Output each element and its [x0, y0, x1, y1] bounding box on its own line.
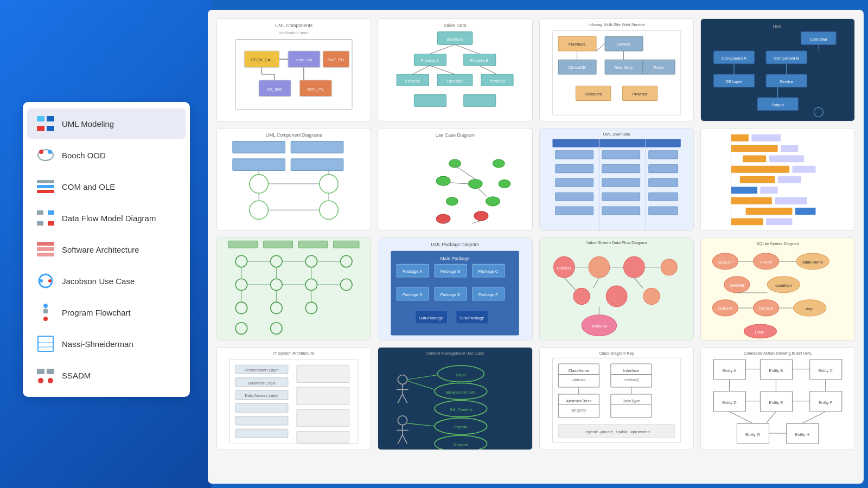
sidebar-item-software-arch[interactable]: Software Architecture	[27, 234, 186, 265]
svg-line-33	[430, 44, 455, 54]
svg-text:Process: Process	[405, 79, 420, 84]
svg-text:Service: Service	[780, 79, 793, 84]
svg-text:Entity A: Entity A	[722, 368, 736, 373]
svg-text:Package D: Package D	[403, 292, 423, 297]
svg-rect-146	[334, 241, 359, 248]
svg-text:Main Package: Main Package	[441, 256, 470, 261]
svg-text:Start/End: Start/End	[446, 37, 463, 42]
sidebar-item-label: SSADM	[62, 371, 91, 380]
svg-line-271	[407, 423, 435, 426]
svg-text:Terminal: Terminal	[489, 79, 505, 84]
svg-text:UML Components: UML Components	[275, 23, 312, 28]
svg-rect-31	[414, 95, 446, 106]
diagram-card-7[interactable]: UML Swimlane	[539, 128, 694, 231]
svg-rect-136	[760, 187, 777, 194]
svg-point-96	[436, 176, 450, 185]
svg-rect-142	[766, 218, 792, 225]
svg-text:seqn_cal: seqn_cal	[296, 57, 312, 62]
svg-line-252	[398, 394, 403, 403]
svg-rect-126	[751, 134, 781, 142]
diagram-card-10[interactable]: UML Package Diagram Main Package Package…	[378, 237, 532, 341]
svg-text:GROUP: GROUP	[758, 306, 774, 311]
svg-rect-144	[264, 241, 293, 248]
svg-line-101	[456, 166, 475, 179]
svg-line-37	[480, 66, 497, 74]
diagram-card-8[interactable]	[700, 128, 855, 231]
sidebar-item-label: Software Architecture	[62, 245, 139, 254]
sidebar-item-booch-ood[interactable]: Booch OOD	[27, 140, 186, 170]
diagram-card-16[interactable]: Connector Action Drawing to ER UML Entit…	[700, 347, 855, 450]
svg-text:DataType: DataType	[622, 399, 640, 403]
diagram-card-5[interactable]: UML Component Diagrams	[216, 128, 371, 231]
sidebar-item-label: Jacobson Use Case	[62, 277, 135, 286]
svg-rect-115	[555, 178, 593, 187]
svg-text:Verification layer: Verification layer	[279, 30, 309, 35]
svg-point-157	[305, 302, 317, 313]
svg-rect-2	[235, 40, 352, 110]
svg-rect-143	[228, 241, 258, 248]
svg-point-92	[493, 159, 505, 168]
svg-text:Entity D: Entity D	[722, 400, 737, 405]
svg-rect-246	[297, 409, 349, 427]
svg-text:Decision: Decision	[447, 79, 463, 84]
svg-point-147	[235, 255, 247, 267]
svg-line-270	[407, 381, 435, 389]
diagram-card-13[interactable]: IT System Architecture Presentation Laye…	[216, 347, 371, 450]
svg-rect-125	[731, 134, 748, 142]
svg-point-152	[271, 279, 282, 290]
svg-point-91	[469, 179, 483, 188]
svg-rect-109	[555, 151, 593, 159]
diagram-card-14[interactable]: Content Management Use Case Login Browse…	[378, 347, 532, 450]
svg-text:expr: expr	[806, 306, 814, 311]
sidebar-item-data-flow-model[interactable]: Data Flow Model Diagram	[27, 203, 186, 233]
svg-text:Package E: Package E	[441, 292, 460, 297]
diagram-card-2[interactable]: Sales Data Start/End Process A Process B…	[378, 18, 532, 121]
sidebar-item-label: COM and OLE	[62, 182, 115, 191]
diagram-card-9[interactable]	[216, 237, 371, 341]
svg-rect-132	[792, 166, 815, 173]
svg-text:Interface: Interface	[623, 368, 639, 373]
diagram-card-15[interactable]: Class Diagram Key ClassName -attribute I…	[539, 347, 694, 450]
svg-line-207	[634, 278, 642, 288]
diagram-card-12[interactable]: SQLite Syntax Diagram SELECT FROM table-…	[700, 237, 855, 341]
sidebar-item-program-flowchart[interactable]: Program Flowchart	[27, 297, 186, 328]
ssadm-icon	[36, 365, 55, 385]
diagram-card-11[interactable]: Value Stream Data Flow Diagram Process T…	[539, 237, 694, 341]
svg-line-317	[729, 412, 752, 423]
svg-text:SEQN_CAL: SEQN_CAL	[251, 57, 272, 62]
sidebar-item-jacobson-use-case[interactable]: Jacobson Use Case	[27, 266, 186, 296]
sidebar-item-uml-modeling[interactable]: UML Modeling	[27, 108, 186, 139]
svg-rect-286	[610, 394, 651, 418]
svg-text:Purchase: Purchase	[568, 42, 585, 47]
svg-text:Process: Process	[557, 266, 571, 271]
svg-point-95	[449, 159, 461, 168]
diagram-card-3[interactable]: Infoway Multi-Site Web Service Purchase …	[539, 18, 694, 121]
svg-rect-134	[777, 176, 801, 183]
diagram-card-6[interactable]: Use Case Diagram	[378, 128, 532, 231]
svg-rect-121	[555, 207, 593, 215]
svg-text:Value Stream Data Flow Diagram: Value Stream Data Flow Diagram	[586, 240, 646, 245]
svg-point-158	[235, 323, 247, 334]
diagram-card-1[interactable]: UML Components Verification layer SEQN_C…	[216, 18, 371, 121]
svg-rect-278	[610, 364, 651, 387]
svg-text:Business Logic: Business Logic	[248, 381, 276, 386]
svg-point-156	[271, 302, 282, 313]
sidebar-item-nassi-shneiderman[interactable]: Nassi-Shneiderman	[27, 329, 186, 359]
svg-point-151	[235, 279, 247, 290]
svg-text:IT System Architecture: IT System Architecture	[273, 351, 314, 356]
svg-rect-112	[555, 165, 593, 173]
sidebar-item-ssadm[interactable]: SSADM	[27, 360, 186, 390]
svg-rect-119	[602, 192, 640, 201]
svg-rect-131	[731, 166, 789, 173]
svg-line-102	[478, 189, 487, 197]
diagram-card-4[interactable]: UML Controller Component A Component B D…	[700, 18, 855, 121]
dataflow-icon	[36, 208, 55, 228]
svg-point-199	[643, 288, 660, 304]
sidebar-item-com-and-ole[interactable]: COM and OLE	[27, 171, 186, 202]
sidebar-item-label: Program Flowchart	[62, 308, 131, 317]
svg-text:SQLite Syntax Diagram: SQLite Syntax Diagram	[756, 241, 799, 246]
svg-text:Sub-Package: Sub-Package	[459, 316, 484, 320]
svg-text:Process A: Process A	[421, 58, 439, 63]
svg-text:Content Management Use Case: Content Management Use Case	[426, 351, 484, 356]
svg-rect-282	[558, 394, 599, 418]
